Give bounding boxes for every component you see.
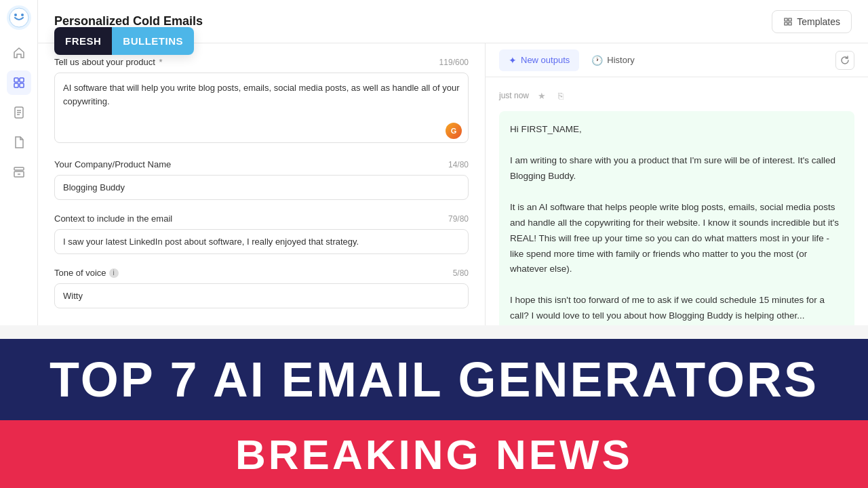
svg-point-1 [9,8,28,27]
context-label-row: Context to include in the email 79/80 [54,214,469,224]
output-para3: I hope this isn't too forward of me to a… [510,293,844,324]
page-title: Personalized Cold Emails [54,14,203,28]
output-content: just now ★ ⎘ Hi FIRST_NAME, I am writing… [486,77,868,325]
product-label-row: Tell us about your product * 119/600 [54,57,469,67]
new-outputs-icon: ✦ [509,55,517,66]
product-group: Tell us about your product * 119/600 AI … [54,57,469,146]
company-group: Your Company/Product Name 14/80 [54,159,469,200]
product-label: Tell us about your product * [54,57,163,67]
tone-group: Tone of voice i 5/80 [54,268,469,308]
refresh-button[interactable] [835,51,854,70]
bulletins-label: BULLETINS [112,27,194,55]
context-label: Context to include in the email [54,214,172,224]
left-panel: Tell us about your product * 119/600 AI … [38,43,486,325]
templates-button[interactable]: Templates [772,10,852,33]
banner-top: TOP 7 AI EMAIL GENERATORS [0,339,868,420]
sidebar-item-archive[interactable] [7,160,31,184]
output-text-box: Hi FIRST_NAME, I am writing to share wit… [499,111,854,325]
sidebar-item-home[interactable] [7,41,31,65]
fresh-label: FRESH [54,27,112,55]
tone-input[interactable] [54,283,469,308]
right-panel: ✦ New outputs 🕐 History [486,43,868,325]
tab-history[interactable]: 🕐 History [582,49,644,71]
fresh-bulletins-overlay: FRESH BULLETINS [54,27,194,55]
output-greeting: Hi FIRST_NAME, [510,122,844,138]
product-textarea-wrapper: AI software that will help you write blo… [54,73,469,146]
tone-label-row: Tone of voice i 5/80 [54,268,469,278]
product-char-count: 119/600 [439,58,469,67]
company-char-count: 14/80 [448,160,469,169]
company-input[interactable] [54,175,469,200]
company-label-row: Your Company/Product Name 14/80 [54,159,469,169]
tab-new-outputs[interactable]: ✦ New outputs [499,49,579,71]
banner-bottom: BREAKING NEWS [0,420,868,488]
bottom-section: TOP 7 AI EMAIL GENERATORS BREAKING NEWS [0,339,868,488]
svg-rect-5 [20,78,24,82]
tone-info-icon: i [109,268,119,278]
context-input[interactable] [54,229,469,254]
refresh-icon [840,56,850,65]
grammarly-badge: G [446,123,462,139]
banner-top-text: TOP 7 AI EMAIL GENERATORS [50,352,818,407]
output-meta: just now ★ ⎘ [499,88,854,103]
context-char-count: 79/80 [448,214,469,224]
output-tabs: ✦ New outputs 🕐 History [486,43,868,77]
company-label: Your Company/Product Name [54,159,171,169]
body-split: Tell us about your product * 119/600 AI … [38,43,868,325]
product-textarea[interactable]: AI software that will help you write blo… [54,73,469,143]
templates-icon [783,17,793,26]
context-group: Context to include in the email 79/80 [54,214,469,254]
svg-rect-4 [14,78,18,82]
sidebar-item-document[interactable] [7,100,31,125]
sidebar-item-file[interactable] [7,130,31,155]
history-icon: 🕐 [591,55,603,66]
tone-char-count: 5/80 [453,268,469,278]
output-para2: It is an AI software that helps people w… [510,200,844,278]
star-button[interactable]: ★ [534,88,549,103]
svg-point-2 [14,14,17,16]
svg-rect-6 [14,83,18,87]
output-timestamp: just now [499,91,529,100]
app-logo [7,5,31,30]
svg-rect-7 [20,83,24,87]
sidebar [0,0,38,325]
output-para1: I am writing to share with you a product… [510,153,844,184]
output-actions: ★ ⎘ [534,88,568,103]
sidebar-item-grid[interactable] [7,70,31,95]
svg-rect-12 [14,167,24,170]
tone-label: Tone of voice [54,268,106,278]
svg-point-3 [21,14,24,16]
banner-bottom-text: BREAKING NEWS [235,430,633,479]
copy-button[interactable]: ⎘ [553,88,568,103]
